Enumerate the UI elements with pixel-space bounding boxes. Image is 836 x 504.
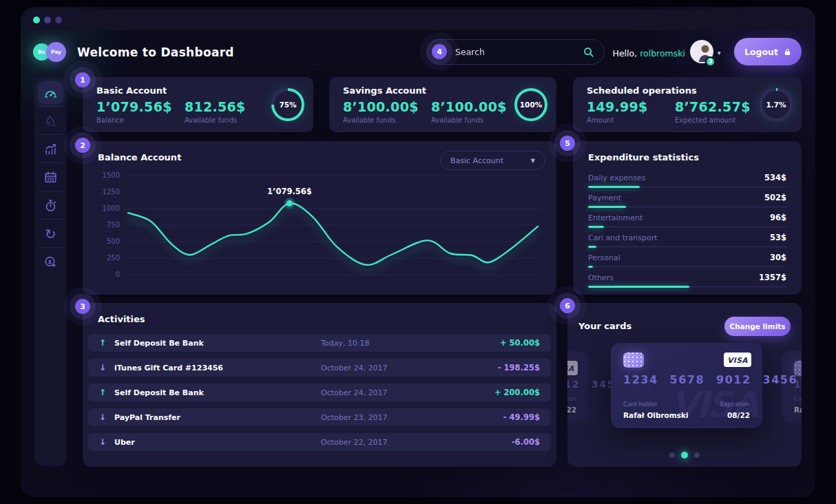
- sidebar-item-dashboard[interactable]: [34, 78, 67, 107]
- dollar-cursor-icon: $: [38, 251, 63, 273]
- horse-icon: ♘: [38, 109, 63, 132]
- transaction-name: Self Deposit Be Bank: [114, 388, 321, 397]
- balance-line-chart: 15001250100075050025001’079.56$: [94, 170, 547, 288]
- bar-track: [588, 266, 786, 267]
- expiration-label: Expiration: [720, 401, 750, 408]
- transaction-date: October 24, 2017: [321, 364, 466, 372]
- window-titlebar: [23, 10, 813, 30]
- sidebar-item-history[interactable]: ↻: [34, 220, 67, 248]
- progress-ring: 1.7%: [760, 88, 793, 121]
- expenditure-category: Daily expenses: [588, 174, 645, 182]
- username: rolbromski: [640, 48, 685, 59]
- notification-badge[interactable]: 3: [705, 56, 715, 67]
- transaction-row[interactable]: ↓ iTunes Gift Card #123456 October 24, 2…: [88, 359, 551, 377]
- expenditure-category: Entertainment: [588, 213, 642, 222]
- card-holder-name: Rafał Olbromski: [794, 406, 802, 414]
- logo-pay-circle: Pay: [46, 42, 66, 62]
- expenditure-category: Personal: [588, 253, 620, 262]
- page-title: Welcome to Dashboard: [77, 45, 234, 59]
- progress-ring: 75%: [271, 88, 304, 121]
- credit-card-active[interactable]: VISA 1234567890123456 VISA Card holder R…: [611, 343, 762, 428]
- chevron-down-icon: ▼: [531, 158, 535, 164]
- refresh-icon: ↻: [38, 222, 63, 245]
- panel-title: Expenditure statistics: [588, 152, 699, 162]
- expenditure-amount: 30$: [770, 253, 786, 262]
- card-number: 1234567890123456: [623, 373, 797, 386]
- avatar-dropdown-caret-icon[interactable]: ▾: [718, 50, 721, 56]
- expenditure-category: Cari and transport: [588, 233, 658, 242]
- expenditure-row: Cari and transport53$: [588, 229, 786, 249]
- svg-text:$: $: [48, 259, 52, 265]
- expenditure-category: Payment: [588, 193, 621, 202]
- transaction-date: October 24, 2017: [321, 388, 466, 397]
- carousel-dot[interactable]: [694, 452, 700, 458]
- window-dot-purple-1[interactable]: [44, 17, 51, 23]
- expiration-label: Expiration: [567, 395, 576, 402]
- search-icon[interactable]: [583, 47, 594, 58]
- metric-available-funds: 8’100.00$Available funds.: [343, 99, 419, 124]
- transaction-row[interactable]: ↑ Self Deposit Be Bank Today, 10:18 + 50…: [88, 334, 551, 352]
- calendar-icon: [38, 166, 63, 189]
- card-title: Basic Account: [96, 85, 167, 96]
- card-title: Scheduled operations: [587, 85, 697, 96]
- window-dot-green[interactable]: [33, 17, 40, 23]
- sidebar-nav: ♘ ↻ $: [34, 74, 67, 466]
- svg-text:1500: 1500: [103, 171, 120, 179]
- direction-arrow-icon: ↓: [99, 437, 114, 447]
- carousel-dot[interactable]: [681, 452, 688, 459]
- card-holder-label: Card holder: [623, 401, 658, 408]
- sidebar-item-timer[interactable]: [34, 191, 67, 220]
- transaction-amount: - 198.25$: [466, 363, 540, 372]
- expiration-value: 08/22: [727, 411, 750, 419]
- svg-text:0: 0: [116, 271, 120, 278]
- window-dot-purple-2[interactable]: [55, 17, 62, 23]
- sidebar-item-payments[interactable]: $: [34, 248, 67, 276]
- sidebar-item-transfers[interactable]: ♘: [34, 107, 67, 135]
- direction-arrow-icon: ↓: [99, 363, 114, 372]
- marker-5: 5: [560, 136, 575, 151]
- credit-card-next[interactable]: VISA 1234567890123456 Card holder Rafał …: [782, 351, 802, 423]
- balance-account-panel: Balance Account Basic Account▼ 150012501…: [83, 141, 556, 295]
- card-title: Savings Account: [343, 85, 426, 96]
- transaction-name: PayPal Transfer: [114, 413, 321, 422]
- sidebar-item-calendar[interactable]: [34, 163, 67, 191]
- transaction-name: iTunes Gift Card #123456: [114, 364, 321, 372]
- progress-ring: 100%: [514, 88, 547, 121]
- logout-button[interactable]: Logout: [734, 38, 802, 65]
- expenditure-amount: 96$: [770, 213, 786, 222]
- expenditure-row: Payment502$: [588, 189, 786, 209]
- account-select-dropdown[interactable]: Basic Account▼: [440, 151, 545, 170]
- bar-track: [588, 187, 786, 187]
- direction-arrow-icon: ↑: [99, 338, 114, 348]
- expiration-value: 08/22: [567, 406, 576, 414]
- stopwatch-icon: [38, 194, 63, 217]
- bar-fill: [588, 206, 626, 208]
- transaction-row[interactable]: ↓ Uber October 22, 2017 -6.00$: [88, 433, 551, 451]
- search-input[interactable]: [455, 47, 583, 57]
- bar-track: [588, 286, 786, 287]
- expenditure-row: Others1357$: [588, 269, 786, 288]
- bar-track: [588, 227, 786, 227]
- expenditure-amount: 53$: [770, 233, 786, 242]
- transaction-row[interactable]: ↑ Self Deposit Be Bank October 24, 2017 …: [88, 384, 551, 401]
- bar-track: [588, 246, 786, 247]
- credit-card-previous[interactable]: VISA 1234567890123456 Card holder Rafał …: [567, 351, 589, 423]
- panel-title: Activities: [98, 314, 145, 324]
- svg-text:500: 500: [107, 238, 120, 245]
- marker-6: 6: [560, 298, 575, 313]
- sidebar-item-statistics[interactable]: [34, 135, 67, 163]
- search-bar[interactable]: [427, 39, 605, 65]
- bepay-logo: Be Pay: [33, 40, 76, 63]
- transaction-row[interactable]: ↓ PayPal Transfer October 23, 2017 - 49.…: [88, 408, 551, 426]
- app-window: Be Pay Welcome to Dashboard Hello, rolbr…: [21, 7, 815, 497]
- change-limits-button[interactable]: Change limits: [724, 317, 791, 336]
- expenditure-statistics-panel: Expenditure statistics Daily expenses534…: [573, 141, 802, 295]
- savings-account-card: Savings Account 8’100.00$Available funds…: [329, 77, 556, 132]
- svg-text:250: 250: [107, 254, 120, 262]
- bar-fill: [588, 266, 593, 268]
- transaction-amount: + 200.00$: [466, 388, 540, 397]
- carousel-dot[interactable]: [669, 452, 675, 458]
- activities-list: ↑ Self Deposit Be Bank Today, 10:18 + 50…: [88, 334, 551, 458]
- transaction-date: October 23, 2017: [321, 413, 466, 422]
- visa-badge: VISA: [724, 353, 751, 367]
